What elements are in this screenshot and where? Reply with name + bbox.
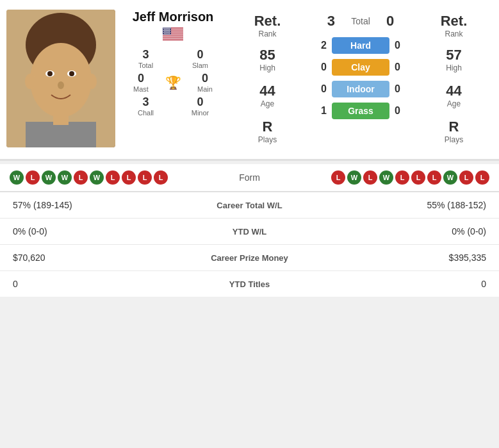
stats-left-val-3: 0 bbox=[13, 279, 186, 289]
left-player-flag bbox=[163, 28, 183, 43]
left-main-value: 0 bbox=[183, 72, 227, 85]
stats-center-label-2: Career Prize Money bbox=[186, 253, 314, 263]
main-container: Jeff Morrison bbox=[0, 0, 499, 297]
right-chall-value: 2 bbox=[494, 95, 499, 109]
indoor-score-right: 0 bbox=[395, 83, 414, 95]
left-minor-value: 0 bbox=[173, 95, 227, 109]
form-section: WLWWLWLLLL Form LWLWLLLWLL bbox=[0, 164, 499, 192]
right-form-badge-3: W bbox=[379, 170, 393, 185]
right-form-badge-8: L bbox=[459, 170, 473, 185]
svg-rect-11 bbox=[53, 113, 69, 125]
stats-row-1: 0% (0-0)YTD W/L0% (0-0) bbox=[0, 219, 499, 245]
stats-section: 57% (189-145)Career Total W/L55% (188-15… bbox=[0, 192, 499, 297]
left-mast-value: 0 bbox=[119, 72, 163, 85]
svg-point-42 bbox=[163, 32, 164, 33]
left-form-badge-9: L bbox=[154, 170, 168, 185]
hard-score-left: 2 bbox=[307, 40, 327, 51]
right-age: 44 Age bbox=[446, 83, 461, 108]
svg-point-35 bbox=[168, 30, 169, 31]
stats-center-label-1: YTD W/L bbox=[186, 227, 314, 236]
right-form-badge-0: L bbox=[331, 170, 345, 185]
right-player-info: Wesley Moodie 3 Total bbox=[491, 10, 499, 117]
left-chall-label: Chall bbox=[119, 109, 173, 117]
svg-point-50 bbox=[167, 33, 167, 34]
svg-point-45 bbox=[167, 32, 168, 33]
svg-point-22 bbox=[166, 28, 167, 29]
total-label: Total bbox=[341, 16, 380, 26]
left-high: 85 High bbox=[259, 47, 275, 72]
right-mast-label: Mast bbox=[494, 85, 499, 93]
indoor-row: 0 Indoor 0 bbox=[307, 81, 414, 97]
svg-point-48 bbox=[164, 33, 165, 34]
clay-score-left: 0 bbox=[307, 62, 327, 73]
svg-point-9 bbox=[86, 74, 97, 89]
svg-point-30 bbox=[169, 29, 170, 29]
right-middle-panel: Ret. Rank 57 High 44 Age R Plays bbox=[417, 10, 491, 149]
right-form: LWLWLLLWLL bbox=[275, 170, 490, 185]
left-plays: R Plays bbox=[258, 119, 277, 144]
svg-point-43 bbox=[165, 32, 165, 33]
svg-point-36 bbox=[170, 30, 170, 31]
left-rank: Ret. Rank bbox=[254, 13, 281, 38]
left-main-label: Main bbox=[183, 85, 227, 93]
right-chall-label: Chall bbox=[494, 109, 499, 117]
svg-point-8 bbox=[25, 74, 35, 89]
form-label: Form bbox=[224, 172, 275, 183]
svg-point-5 bbox=[47, 71, 53, 76]
grass-score-left: 1 bbox=[307, 105, 327, 117]
stats-right-val-3: 0 bbox=[314, 279, 487, 289]
svg-point-21 bbox=[165, 28, 165, 29]
svg-point-49 bbox=[165, 33, 166, 34]
left-form-badge-6: L bbox=[106, 170, 120, 185]
svg-point-7 bbox=[58, 81, 64, 89]
stats-left-val-1: 0% (0-0) bbox=[13, 226, 186, 236]
stats-left-val-2: $70,620 bbox=[13, 253, 186, 263]
svg-point-46 bbox=[168, 32, 169, 33]
svg-point-47 bbox=[170, 32, 170, 33]
left-age: 44 Age bbox=[259, 83, 275, 108]
svg-point-20 bbox=[163, 28, 164, 29]
stats-right-val-2: $395,335 bbox=[314, 253, 487, 263]
total-score-right: 0 bbox=[386, 13, 405, 29]
clay-score-right: 0 bbox=[395, 62, 414, 73]
svg-point-38 bbox=[165, 31, 166, 31]
right-form-badge-4: L bbox=[395, 170, 409, 185]
clay-badge: Clay bbox=[332, 59, 389, 76]
stats-row-0: 57% (189-145)Career Total W/L55% (188-15… bbox=[0, 192, 499, 219]
stats-left-val-0: 57% (189-145) bbox=[13, 200, 186, 210]
hard-badge: Hard bbox=[332, 37, 389, 54]
right-form-badge-6: L bbox=[427, 170, 441, 185]
right-form-badge-1: W bbox=[347, 170, 361, 185]
svg-point-26 bbox=[164, 29, 165, 29]
indoor-score-left: 0 bbox=[307, 83, 327, 95]
svg-point-32 bbox=[165, 30, 165, 31]
svg-rect-17 bbox=[163, 37, 183, 38]
stats-right-val-1: 0% (0-0) bbox=[314, 226, 487, 236]
svg-point-2 bbox=[30, 43, 92, 117]
svg-point-37 bbox=[164, 31, 165, 31]
left-form-badge-2: W bbox=[42, 170, 56, 185]
indoor-badge: Indoor bbox=[332, 81, 389, 97]
left-chall-value: 3 bbox=[119, 95, 173, 109]
svg-point-25 bbox=[170, 28, 170, 29]
left-form-badge-3: W bbox=[58, 170, 72, 185]
svg-point-27 bbox=[165, 29, 166, 29]
left-form: WLWWLWLLLL bbox=[10, 170, 224, 185]
svg-point-28 bbox=[167, 29, 167, 29]
svg-rect-18 bbox=[163, 38, 183, 40]
svg-point-40 bbox=[168, 31, 168, 31]
svg-rect-10 bbox=[26, 122, 96, 147]
hard-row: 2 Hard 0 bbox=[307, 37, 414, 54]
right-form-badge-2: L bbox=[363, 170, 377, 185]
svg-point-34 bbox=[167, 30, 168, 31]
left-slam-value: 0 bbox=[173, 48, 227, 62]
left-form-badge-1: L bbox=[26, 170, 40, 185]
svg-point-44 bbox=[166, 32, 167, 33]
left-slam-label: Slam bbox=[173, 62, 227, 69]
left-player-photo bbox=[6, 10, 115, 147]
left-player-info: Jeff Morrison bbox=[115, 10, 231, 117]
right-mast-value: 0 bbox=[494, 72, 499, 85]
svg-rect-16 bbox=[163, 35, 183, 36]
left-trophy-icon: 🏆 bbox=[165, 75, 181, 90]
svg-point-24 bbox=[168, 28, 169, 29]
